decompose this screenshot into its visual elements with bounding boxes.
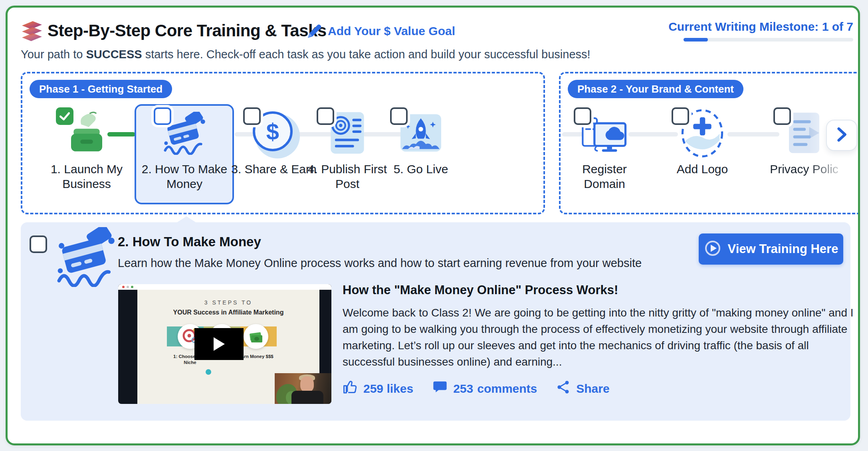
task-checkbox[interactable]: [243, 107, 261, 125]
task-checkbox[interactable]: [672, 107, 689, 125]
view-training-label: View Training Here: [728, 242, 838, 256]
training-dashboard: Step-By-Step Core Training & Tasks Add Y…: [0, 0, 868, 451]
post-body: Welcome back to Class 2! We are going to…: [343, 305, 860, 370]
add-value-goal-link[interactable]: Add Your $ Value Goal: [328, 24, 455, 38]
task-go-live[interactable]: 5. Go Live: [375, 107, 467, 176]
task-how-to-make-money[interactable]: 2. How To Make Money: [139, 107, 230, 191]
post-stats: 259 likes 253comments: [343, 380, 860, 398]
task-checkbox[interactable]: [154, 107, 171, 125]
panel-notch: [176, 216, 196, 223]
money-step-icon: [244, 324, 268, 349]
cursor-dot: [206, 369, 211, 375]
task-checkbox-checked[interactable]: [56, 107, 73, 125]
task-label: 1. Launch My Business: [41, 162, 133, 191]
slide-kicker: 3 STEPS TO: [137, 299, 319, 306]
comments-button[interactable]: 253comments: [432, 380, 537, 398]
view-training-button[interactable]: View Training Here: [699, 233, 843, 265]
play-circle-icon: [704, 239, 721, 259]
task-label: 2. How To Make Money: [139, 162, 230, 191]
chevron-right-icon: [835, 127, 848, 144]
task-add-logo[interactable]: Add Logo: [656, 107, 748, 176]
task-label: 5. Go Live: [375, 162, 467, 176]
task-checkbox[interactable]: [317, 107, 334, 125]
detail-description: Learn how the Make Money Online process …: [118, 257, 642, 270]
task-detail-panel: 2. How To Make Money Learn how the Make …: [21, 222, 850, 421]
make-money-icon: [56, 227, 116, 287]
task-register-domain[interactable]: Register Domain: [559, 107, 650, 191]
presenter-webcam: [275, 373, 331, 404]
subtitle: Your path to SUCCESS starts here. Check-…: [21, 48, 591, 61]
thumbs-up-icon: [343, 380, 358, 398]
milestone-progress-bar: [684, 38, 853, 42]
task-checkbox[interactable]: [574, 107, 591, 125]
likes-button[interactable]: 259 likes: [343, 380, 413, 398]
phase2-box: Phase 2 - Your Brand & Content: [559, 72, 860, 214]
phase1-badge: Phase 1 - Getting Started: [30, 80, 172, 98]
play-button[interactable]: [194, 328, 244, 360]
post-heading: How the "Make Money Online" Process Work…: [343, 283, 860, 297]
task-label: Add Logo: [656, 162, 748, 176]
slide-title: YOUR Success in Affiliate Marketing: [137, 309, 319, 316]
task-launch-my-business[interactable]: 1. Launch My Business: [41, 107, 133, 191]
training-video-thumbnail[interactable]: 3 STEPS TO YOUR Success in Affiliate Mar…: [118, 284, 331, 404]
task-label: Privacy Polic: [758, 162, 850, 176]
next-phase-button[interactable]: [826, 120, 857, 151]
training-post-info: How the "Make Money Online" Process Work…: [343, 283, 860, 398]
browser-chrome-bar: [118, 284, 331, 290]
tasks-logo-icon: [20, 20, 44, 42]
share-button[interactable]: Share: [556, 380, 609, 397]
training-card: Step-By-Step Core Training & Tasks Add Y…: [6, 6, 860, 445]
milestone-label: Current Writing Milestone: 1 of 7: [567, 20, 853, 34]
detail-title: 2. How To Make Money: [118, 234, 261, 249]
comment-icon: [432, 380, 448, 398]
share-icon: [556, 380, 571, 397]
phase1-box: Phase 1 - Getting Started 1. Launch: [21, 72, 545, 214]
page-title: Step-By-Step Core Training & Tasks: [48, 21, 327, 40]
phase2-badge: Phase 2 - Your Brand & Content: [568, 80, 743, 98]
task-label: Register Domain: [573, 162, 636, 191]
detail-task-checkbox[interactable]: [30, 235, 47, 253]
task-checkbox[interactable]: [390, 107, 408, 125]
milestone-progress-fill: [684, 38, 708, 42]
pencil-icon[interactable]: [305, 23, 323, 40]
task-checkbox[interactable]: [773, 107, 791, 125]
play-icon: [214, 337, 225, 351]
